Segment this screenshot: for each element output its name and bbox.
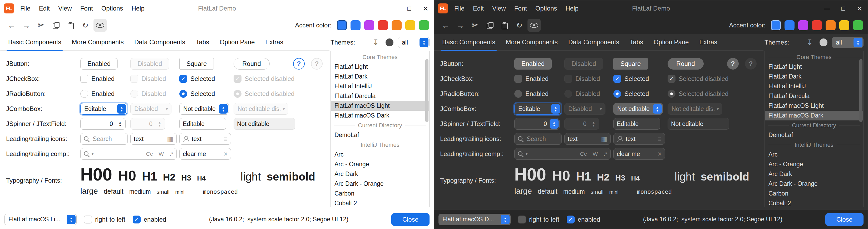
tab-tabs[interactable]: Tabs [190,34,214,50]
menu-item-options[interactable]: Options [531,0,561,17]
theme-list-item[interactable]: Cobalt 2 [765,198,863,207]
chevron-down-icon[interactable]: ▾ [526,152,527,156]
menu-item-edit[interactable]: Edit [35,0,54,17]
tab-more-components[interactable]: More Components [500,34,563,50]
theme-list-item[interactable]: FlatLaf macOS Dark [765,111,863,120]
close-button[interactable]: Close [825,213,864,226]
date-field-value[interactable]: text [134,136,144,143]
paste-button[interactable] [64,19,77,32]
radio-selected[interactable]: Selected [613,90,649,98]
user-field-value[interactable]: text [192,136,202,143]
theme-list-item[interactable]: Arc [331,150,429,160]
enabled-button[interactable]: Enabled [80,58,118,69]
menu-item-options[interactable]: Options [97,0,127,17]
scrollbar-thumb[interactable] [425,59,429,122]
spinner-buttons[interactable]: ▴▾ [116,119,125,128]
user-field[interactable]: text≡ [179,133,231,145]
menu-item-font[interactable]: Font [510,0,531,17]
theme-list-item[interactable]: Carbon [331,189,429,198]
menu-item-view[interactable]: View [488,0,510,17]
theme-list-item[interactable]: Arc Dark [765,169,863,179]
clearable-field-value[interactable]: clear me [183,150,206,158]
radio-enabled[interactable]: Enabled [80,90,115,98]
accent-swatch[interactable] [771,20,781,30]
theme-list-item[interactable]: Cobalt 2 [331,198,429,207]
scrollbar[interactable] [425,52,429,206]
theme-list-item[interactable]: FlatLaf Light [765,62,863,72]
cut-button[interactable]: ✂ [34,19,48,32]
match-case-button[interactable]: Cc [580,151,587,157]
user-field-value[interactable]: text [626,136,636,143]
combo-arrow-button[interactable]: ▴▾ [67,215,75,224]
theme-list-item[interactable]: Arc Dark - Orange [331,179,429,189]
search-field[interactable]: Search [514,133,562,145]
textfield-value[interactable]: Editable [617,120,639,127]
calendar-icon[interactable]: ▦ [167,135,173,143]
checkbox-selected[interactable]: ✓Selected [613,75,649,83]
theme-list-item[interactable]: Arc - Orange [331,160,429,169]
match-case-button[interactable]: Cc [146,151,153,157]
theme-list-item[interactable]: Arc [765,150,863,160]
checkbox-enabled[interactable]: Enabled [80,75,115,83]
themes-filter-combobox[interactable]: all ▴▾ [398,37,430,48]
menu-item-file[interactable]: File [16,0,35,17]
tab-option-pane[interactable]: Option Pane [648,34,694,50]
show-hidden-toggle-button[interactable] [93,19,107,32]
date-field[interactable]: text▦ [564,133,611,145]
refresh-button[interactable]: ↻ [79,19,92,32]
accent-swatch[interactable] [378,20,388,30]
combo-arrow-button[interactable]: ▴▾ [117,104,126,114]
tab-tabs[interactable]: Tabs [624,34,648,50]
accent-swatch[interactable] [784,20,795,30]
theme-list-item[interactable]: FlatLaf macOS Light [765,101,863,111]
accent-swatch[interactable] [812,20,822,30]
theme-list-item[interactable]: FlatLaf Darcula [765,91,863,101]
theme-list-item[interactable]: FlatLaf Dark [331,72,429,81]
combo-arrow-button[interactable]: ▴▾ [219,104,228,114]
checkbox-selected[interactable]: ✓Selected [179,75,215,83]
scrollbar-thumb[interactable] [859,59,863,122]
right-to-left-checkbox[interactable]: right-to-left [518,216,559,224]
combobox-not-editable[interactable]: Not editable ▴▾ [179,103,229,115]
combobox-value[interactable]: Editable [518,106,549,113]
combo-arrow-button[interactable]: ▴▾ [551,104,560,114]
refresh-button[interactable]: ↻ [513,19,526,32]
forward-button[interactable]: → [20,19,33,32]
theme-list-item[interactable]: FlatLaf macOS Light [331,101,429,111]
spinner[interactable]: 0 ▴▾ [514,118,560,130]
close-window-button[interactable]: × [851,0,868,17]
accent-swatch[interactable] [419,20,429,30]
enabled-button[interactable]: Enabled [514,58,552,69]
scrollbar[interactable] [859,52,863,206]
clearable-field-value[interactable]: clear me [617,150,640,158]
github-button[interactable] [384,37,395,48]
user-field[interactable]: text≡ [613,133,665,145]
search-options-field[interactable]: ▾ Cc W .* [80,148,177,160]
download-themes-button[interactable]: ↧ [805,37,815,48]
help-button[interactable]: ? [293,58,305,69]
spinner[interactable]: 0 ▴▾ [80,118,126,130]
maximize-button[interactable]: □ [401,0,417,17]
close-button[interactable]: Close [391,213,430,226]
textfield-editable[interactable]: Editable [179,118,226,130]
whole-words-button[interactable]: W [158,151,164,157]
combobox-editable[interactable]: Editable ▴▾ [80,103,127,115]
menu-item-font[interactable]: Font [76,0,97,17]
help-button[interactable]: ? [727,58,739,69]
tab-basic-components[interactable]: Basic Components [437,34,500,50]
square-button[interactable]: Square [613,58,648,69]
spinner-value[interactable]: 0 [515,120,550,127]
theme-list-item[interactable]: FlatLaf IntelliJ [765,81,863,91]
copy-button[interactable] [49,19,62,32]
theme-combobox[interactable]: FlatLaf macOS Li... ▴▾ [4,214,76,225]
accent-swatch[interactable] [364,20,374,30]
square-button[interactable]: Square [179,58,214,69]
theme-list-item[interactable]: FlatLaf Dark [765,72,863,81]
checkbox-enabled[interactable]: Enabled [514,75,549,83]
download-themes-button[interactable]: ↧ [371,37,381,48]
clearable-field[interactable]: clear me× [179,148,231,160]
radio-enabled[interactable]: Enabled [514,90,549,98]
textfield-value[interactable]: Editable [183,120,205,127]
maximize-button[interactable]: □ [835,0,851,17]
theme-list-item[interactable]: Arc Dark [331,169,429,179]
